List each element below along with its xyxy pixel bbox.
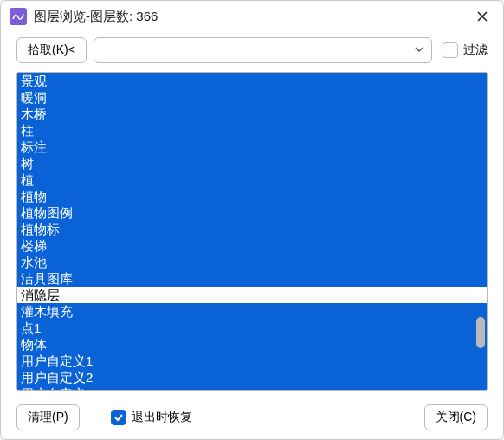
filter-combobox[interactable] — [94, 37, 432, 63]
scrollbar[interactable] — [473, 74, 485, 388]
scrollbar-thumb[interactable] — [476, 317, 485, 348]
layer-row[interactable]: 物体 — [17, 336, 487, 353]
layer-row[interactable]: 标注 — [17, 139, 487, 155]
app-icon — [10, 8, 27, 25]
layer-row[interactable]: 楼梯 — [17, 237, 487, 254]
cleanup-button[interactable]: 清理(P) — [16, 404, 80, 430]
filter-label: 过滤 — [463, 42, 488, 58]
layer-row[interactable]: 暖洞 — [17, 89, 487, 106]
layer-row[interactable]: 植物图例 — [17, 204, 487, 221]
layer-row[interactable]: 用户自定义2 — [17, 369, 487, 385]
layer-row[interactable]: 点1 — [17, 320, 487, 336]
filter-toggle[interactable]: 过滤 — [439, 42, 488, 58]
layer-row[interactable]: 洁具图库 — [17, 270, 487, 287]
layer-row[interactable]: 水池 — [17, 254, 487, 270]
check-icon — [113, 412, 124, 423]
pick-button[interactable]: 拾取(K)< — [16, 37, 87, 63]
close-button[interactable]: 关闭(C) — [424, 404, 488, 430]
restore-checkbox[interactable] — [111, 410, 126, 425]
layer-row[interactable]: 树 — [17, 155, 487, 171]
window-close-button[interactable] — [470, 4, 494, 29]
titlebar: 图层浏览-图层数: 366 — [1, 1, 503, 32]
window-title: 图层浏览-图层数: 366 — [34, 9, 470, 25]
toolbar: 拾取(K)< 过滤 — [1, 32, 503, 68]
layer-row[interactable]: 景观 — [17, 73, 487, 89]
layer-row[interactable]: 用户自定义1 — [17, 353, 487, 369]
chevron-down-icon — [414, 43, 424, 57]
filter-checkbox[interactable] — [443, 42, 458, 58]
layer-row[interactable]: 灌木填充 — [17, 303, 487, 320]
layer-browser-window: 图层浏览-图层数: 366 拾取(K)< 过滤 景观暖洞木桥柱标注树植植物植物图… — [0, 0, 504, 440]
restore-label: 退出时恢复 — [132, 410, 192, 425]
layer-row[interactable]: 木桥 — [17, 106, 487, 122]
restore-toggle[interactable]: 退出时恢复 — [107, 410, 192, 425]
layer-row[interactable]: 消隐层 — [17, 287, 487, 303]
layer-row[interactable]: 用户自定义3 — [17, 385, 487, 390]
layer-list[interactable]: 景观暖洞木桥柱标注树植植物植物图例植物标楼梯水池洁具图库消隐层灌木填充点1物体用… — [16, 72, 488, 391]
footer: 清理(P) 退出时恢复 关闭(C) — [1, 396, 503, 439]
layer-row[interactable]: 植 — [17, 171, 487, 188]
layer-row[interactable]: 柱 — [17, 122, 487, 139]
close-icon — [476, 10, 488, 23]
layer-row[interactable]: 植物标 — [17, 221, 487, 237]
layer-row[interactable]: 植物 — [17, 188, 487, 204]
